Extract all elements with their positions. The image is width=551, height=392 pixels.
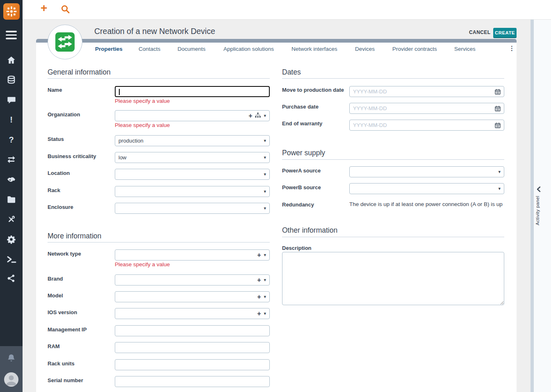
chat-icon[interactable] [6, 95, 16, 105]
move-to-production-date-input[interactable] [350, 86, 495, 97]
business-criticality-label: Business criticality [48, 153, 96, 159]
itop-logo[interactable] [3, 3, 20, 20]
add-icon[interactable]: + [257, 277, 261, 283]
rack-units-label: Rack units [48, 360, 75, 367]
end-of-warranty-input[interactable] [350, 120, 495, 130]
add-icon[interactable]: + [248, 113, 252, 119]
create-button[interactable]: CREATE [493, 28, 517, 38]
power-a-source-label: PowerA source [282, 168, 321, 174]
power-b-source-select[interactable]: ▾ [349, 183, 504, 194]
calendar-icon[interactable] [495, 122, 504, 128]
chevron-down-icon[interactable]: ▾ [264, 113, 266, 118]
cancel-button[interactable]: CANCEL [469, 29, 490, 35]
section-divider [282, 237, 504, 237]
management-ip-field [115, 325, 270, 336]
hamburger-menu-icon[interactable] [6, 31, 17, 41]
network-type-select[interactable]: +▾ [115, 249, 270, 261]
calendar-icon[interactable] [495, 89, 504, 95]
calendar-icon[interactable] [495, 106, 504, 111]
chevron-down-icon[interactable]: ▾ [498, 170, 501, 174]
location-select[interactable]: ▾ [115, 169, 270, 180]
tab-network-interfaces[interactable]: Network interfaces [291, 46, 337, 52]
section-divider [282, 78, 504, 79]
name-input-wrapper [115, 86, 270, 97]
transfer-icon[interactable] [6, 154, 16, 165]
handshake-icon[interactable] [6, 174, 16, 185]
add-icon[interactable]: + [257, 294, 261, 300]
purchase-date-label: Purchase date [282, 104, 319, 110]
chevron-left-icon[interactable] [536, 186, 541, 194]
chevron-down-icon[interactable]: ▾ [264, 295, 266, 299]
end-of-warranty-label: End of warranty [282, 120, 322, 127]
tab-application-solutions[interactable]: Application solutions [223, 46, 274, 52]
chevron-down-icon[interactable]: ▾ [264, 155, 266, 160]
tools-icon[interactable] [6, 214, 16, 224]
tab-provider-contracts[interactable]: Provider contracts [392, 46, 437, 52]
name-error: Please specify a value [115, 98, 170, 104]
end-of-warranty-field [349, 120, 504, 131]
tab-devices[interactable]: Devices [355, 46, 375, 52]
organization-select[interactable]: + ▾ [115, 110, 270, 121]
network-type-label: Network type [48, 251, 81, 257]
chevron-down-icon[interactable]: ▾ [498, 186, 501, 191]
description-textarea[interactable] [282, 252, 504, 305]
help-icon[interactable]: ? [6, 135, 16, 145]
section-divider [282, 159, 504, 160]
status-label: Status [48, 136, 64, 142]
business-criticality-select[interactable]: low ▾ [115, 152, 270, 163]
chevron-down-icon[interactable]: ▾ [264, 189, 266, 194]
power-a-source-select[interactable]: ▾ [349, 166, 504, 177]
scrollbar[interactable] [531, 20, 534, 392]
home-icon[interactable] [6, 55, 16, 65]
user-avatar[interactable] [4, 372, 18, 387]
add-icon[interactable]: + [257, 310, 261, 317]
ios-version-select[interactable]: +▾ [115, 308, 270, 319]
tab-documents[interactable]: Documents [178, 46, 205, 52]
folder-icon[interactable] [6, 195, 16, 205]
settings-icon[interactable] [6, 234, 16, 245]
add-icon[interactable]: + [257, 252, 261, 258]
chevron-down-icon[interactable]: ▾ [264, 253, 266, 257]
name-input[interactable] [116, 87, 269, 96]
new-object-icon[interactable]: + [41, 2, 47, 15]
section-power-supply: Power supply [282, 149, 325, 157]
model-label: Model [48, 292, 63, 299]
location-label: Location [48, 170, 70, 176]
chevron-down-icon[interactable]: ▾ [264, 138, 266, 143]
database-icon[interactable] [6, 75, 16, 85]
hierarchy-icon[interactable] [255, 112, 261, 120]
share-icon[interactable] [6, 273, 16, 283]
alert-icon[interactable]: ! [6, 115, 16, 125]
activity-panel-label[interactable]: Activity panel [535, 196, 540, 225]
itop-creation-page: + [0, 0, 551, 392]
ios-version-label: IOS version [48, 309, 77, 315]
rack-units-input[interactable] [115, 360, 269, 370]
chevron-down-icon[interactable]: ▾ [264, 311, 266, 316]
serial-number-input[interactable] [115, 376, 269, 387]
tab-contacts[interactable]: Contacts [139, 46, 160, 52]
management-ip-input[interactable] [115, 326, 269, 336]
serial-number-label: Serial number [48, 377, 83, 383]
terminal-icon[interactable] [6, 254, 16, 264]
card-top-bar [36, 39, 517, 43]
section-more-information: More information [48, 232, 101, 240]
search-icon[interactable] [61, 5, 71, 16]
chevron-down-icon[interactable]: ▾ [264, 172, 266, 177]
enclosure-select[interactable]: ▾ [115, 203, 270, 214]
chevron-down-icon[interactable]: ▾ [264, 206, 266, 211]
rack-select[interactable]: ▾ [115, 186, 270, 197]
enclosure-label: Enclosure [48, 204, 73, 210]
status-select[interactable]: production ▾ [115, 135, 270, 146]
brand-select[interactable]: +▾ [115, 274, 270, 286]
chevron-down-icon[interactable]: ▾ [264, 278, 266, 282]
network-device-icon [55, 32, 75, 52]
tab-services[interactable]: Services [454, 46, 476, 52]
purchase-date-input[interactable] [350, 103, 495, 113]
rack-label: Rack [48, 187, 60, 193]
model-select[interactable]: +▾ [115, 291, 270, 302]
object-class-medallion [48, 25, 82, 59]
bell-icon[interactable] [6, 353, 16, 365]
tab-properties[interactable]: Properties [95, 46, 123, 52]
kebab-menu-icon[interactable]: ⋮ [509, 45, 515, 52]
ram-input[interactable] [115, 342, 269, 353]
